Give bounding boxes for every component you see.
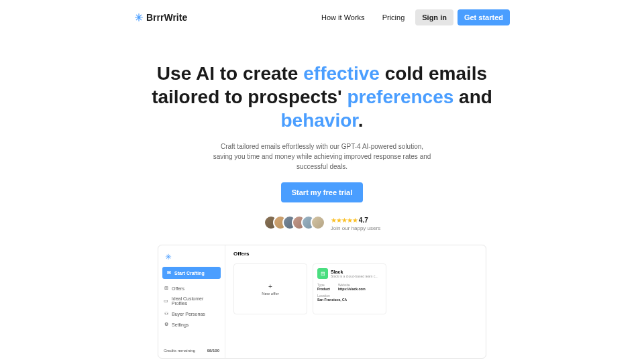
offer-name: Slack	[331, 269, 378, 274]
gear-icon: ⚙	[164, 322, 169, 327]
offer-icon: ⊞	[317, 268, 328, 279]
nav-pricing[interactable]: Pricing	[376, 9, 412, 25]
join-text: Join our happy users	[331, 225, 380, 231]
social-proof: ★★★★★4.7 Join our happy users	[134, 213, 510, 231]
star-icon: ★★★★★	[331, 217, 358, 224]
sidebar-item-personas[interactable]: ⚇Buyer Personas	[162, 308, 221, 319]
avatars	[264, 215, 325, 230]
page-title: Offers	[233, 251, 478, 257]
credits-remaining: Credits remaining 98/100	[162, 347, 221, 354]
get-started-button[interactable]: Get started	[458, 9, 510, 25]
snowflake-icon	[134, 13, 144, 22]
sidebar: ✉ Start Crafting ⊞Offers ▭Ideal Customer…	[158, 245, 225, 358]
nav: How it Works Pricing Sign in Get started	[315, 9, 510, 25]
start-crafting-button[interactable]: ✉ Start Crafting	[162, 267, 221, 279]
id-icon: ▭	[164, 298, 169, 304]
main-panel: Offers + New offer ⊞ Slack Slack is a cl…	[225, 245, 486, 358]
start-trial-button[interactable]: Start my free trial	[281, 182, 363, 202]
nav-how[interactable]: How it Works	[315, 9, 372, 25]
gift-icon: ⊞	[164, 286, 169, 291]
offer-desc: Slack is a cloud-based team c...	[331, 274, 378, 278]
rating-score: 4.7	[359, 217, 368, 224]
logo[interactable]: BrrrWrite	[134, 12, 187, 23]
mail-icon: ✉	[166, 270, 172, 276]
hero-headline: Use AI to create effective cold emails t…	[134, 62, 510, 132]
sidebar-item-profiles[interactable]: ▭Ideal Customer Profiles	[162, 294, 221, 308]
sidebar-item-offers[interactable]: ⊞Offers	[162, 283, 221, 294]
plus-icon: +	[268, 283, 272, 290]
signin-button[interactable]: Sign in	[415, 9, 453, 25]
snowflake-icon	[165, 251, 221, 263]
avatar	[311, 215, 325, 230]
offer-card[interactable]: ⊞ Slack Slack is a cloud-based team c...…	[313, 263, 386, 314]
users-icon: ⚇	[164, 311, 169, 316]
sidebar-item-settings[interactable]: ⚙Settings	[162, 319, 221, 330]
app-screenshot: ✉ Start Crafting ⊞Offers ▭Ideal Customer…	[158, 245, 486, 359]
brand-name: BrrrWrite	[146, 12, 187, 23]
hero-sub: Craft tailored emails effortlessly with …	[211, 141, 433, 172]
new-offer-card[interactable]: + New offer	[233, 263, 307, 314]
